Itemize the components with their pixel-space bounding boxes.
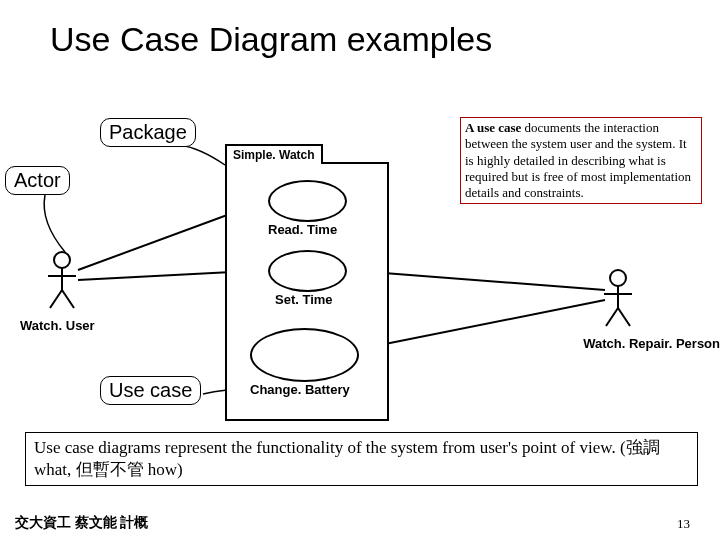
usecase-callout: Use case <box>100 376 201 405</box>
actor-watch-repair <box>598 268 638 332</box>
actor-callout: Actor <box>5 166 70 195</box>
svg-line-4 <box>62 290 74 308</box>
svg-line-8 <box>606 308 618 326</box>
package-tab: Simple. Watch <box>225 144 323 164</box>
actor-watch-repair-label: Watch. Repair. Person <box>520 336 720 351</box>
actor-watch-user-label: Watch. User <box>20 318 95 333</box>
usecase-read-time <box>268 180 347 222</box>
footer-author: 交大資工 蔡文能 計概 <box>15 514 148 532</box>
svg-line-9 <box>618 308 630 326</box>
svg-point-0 <box>54 252 70 268</box>
page-number: 13 <box>677 516 690 532</box>
usecase-set-time-label: Set. Time <box>275 292 333 307</box>
actor-watch-user <box>42 250 82 314</box>
usecase-set-time <box>268 250 347 292</box>
summary-box: Use case diagrams represent the function… <box>25 432 698 486</box>
usecase-change-battery <box>250 328 359 382</box>
definition-lead: A use case <box>465 120 521 135</box>
usecase-change-battery-label: Change. Battery <box>250 382 350 397</box>
svg-line-3 <box>50 290 62 308</box>
package-callout: Package <box>100 118 196 147</box>
usecase-read-time-label: Read. Time <box>268 222 337 237</box>
definition-box: A use case documents the interaction bet… <box>460 117 702 204</box>
slide-title: Use Case Diagram examples <box>50 20 492 59</box>
svg-point-5 <box>610 270 626 286</box>
